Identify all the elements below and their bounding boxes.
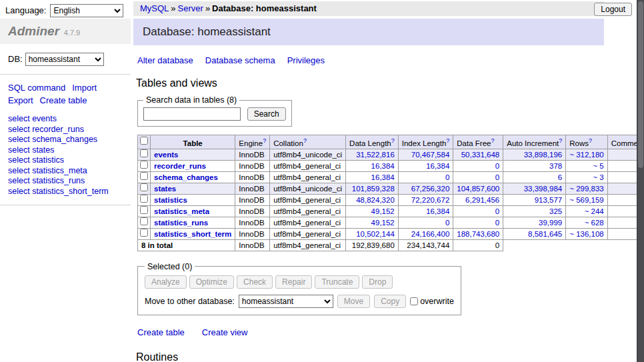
rows-count-link[interactable]: ~ 3	[593, 173, 603, 181]
selected-action-button[interactable]: Repair	[275, 275, 312, 289]
table-name-link[interactable]: states	[154, 185, 176, 193]
index-length-link[interactable]: 67,256,320	[411, 185, 450, 193]
rows-count-link[interactable]: ~ 569,159	[569, 196, 603, 204]
auto-increment-link[interactable]: 33,398,984	[524, 185, 563, 193]
rows-count-link[interactable]: ~ 299,833	[569, 185, 603, 193]
index-length-link[interactable]: 72,220,672	[411, 196, 450, 204]
data-length-link[interactable]: 16,384	[371, 162, 395, 170]
data-length-link[interactable]: 48,824,320	[356, 196, 395, 204]
index-length-link[interactable]: 24,166,400	[411, 230, 450, 238]
row-checkbox[interactable]	[140, 183, 148, 191]
sidebar-table-link[interactable]: select recorder_runs	[8, 125, 123, 135]
row-checkbox[interactable]	[140, 195, 148, 203]
data-length-link[interactable]: 101,859,328	[352, 185, 395, 193]
db-select[interactable]: homeassistant	[25, 53, 104, 66]
move-button[interactable]: Move	[337, 295, 370, 308]
index-length-link[interactable]: 16,384	[426, 207, 449, 215]
language-select[interactable]: English	[50, 4, 123, 17]
row-checkbox[interactable]	[140, 149, 148, 157]
rows-count-link[interactable]: ~ 5	[593, 162, 603, 170]
sidebar-table-link[interactable]: select statistics_runs	[8, 176, 123, 187]
auto-increment-link[interactable]: 325	[549, 207, 562, 215]
data-length-link[interactable]: 16,384	[371, 173, 395, 181]
sidebar-table-link[interactable]: select states	[8, 145, 123, 156]
database-nav-link[interactable]: Database schema	[205, 55, 275, 65]
data-length-link[interactable]: 10,502,144	[356, 230, 395, 238]
index-length-link[interactable]: 0	[445, 173, 449, 181]
sidebar-action-link[interactable]: Create table	[40, 95, 87, 105]
rows-count-link[interactable]: ~ 628	[585, 219, 604, 227]
row-checkbox[interactable]	[140, 217, 148, 225]
doc-help-link[interactable]: ?	[589, 137, 592, 144]
doc-help-link[interactable]: ?	[446, 137, 449, 144]
table-name-link[interactable]: statistics_short_term	[154, 230, 231, 238]
overwrite-checkbox[interactable]	[410, 297, 418, 305]
doc-help-link[interactable]: ?	[559, 137, 562, 144]
data-length-link[interactable]: 31,522,816	[356, 151, 395, 159]
copy-button[interactable]: Copy	[374, 295, 406, 308]
data-free-link[interactable]: 0	[495, 162, 499, 170]
row-checkbox[interactable]	[140, 229, 148, 237]
sidebar-table-link[interactable]: select statistics	[8, 155, 123, 166]
data-free-link[interactable]: 50,331,648	[461, 151, 500, 159]
vertical-scrollbar[interactable]	[637, 0, 644, 362]
sidebar-table-link[interactable]: select statistics_short_term	[8, 187, 123, 197]
sidebar-action-link[interactable]: SQL command	[8, 83, 65, 93]
data-free-link[interactable]: 0	[495, 219, 499, 227]
sidebar-action-link[interactable]: Import	[72, 83, 97, 93]
table-name-link[interactable]: schema_changes	[154, 173, 218, 181]
breadcrumb-mysql-link[interactable]: MySQL	[140, 3, 169, 13]
table-name-link[interactable]: recorder_runs	[154, 162, 206, 170]
database-nav-link[interactable]: Alter database	[137, 55, 193, 65]
table-name-link[interactable]: statistics_runs	[154, 219, 208, 227]
scrollbar-thumb[interactable]	[638, 1, 643, 168]
create-link[interactable]: Create table	[137, 327, 185, 337]
row-checkbox[interactable]	[140, 172, 148, 180]
data-free-link[interactable]: 0	[495, 173, 499, 181]
auto-increment-link[interactable]: 6	[558, 173, 562, 181]
index-length-link[interactable]: 16,384	[426, 162, 449, 170]
selected-action-button[interactable]: Truncate	[315, 275, 359, 289]
create-link[interactable]: Create view	[202, 327, 248, 337]
doc-help-link[interactable]: ?	[391, 137, 395, 144]
auto-increment-link[interactable]: 378	[549, 162, 562, 170]
move-db-select[interactable]: homeassistant	[239, 295, 333, 308]
rows-count-link[interactable]: ~ 244	[585, 207, 604, 215]
data-length-link[interactable]: 49,152	[371, 219, 395, 227]
table-name-link[interactable]: events	[154, 151, 178, 159]
database-nav-link[interactable]: Privileges	[287, 55, 325, 65]
data-free-link[interactable]: 6,291,456	[465, 196, 499, 204]
search-button[interactable]: Search	[247, 107, 286, 121]
sidebar-table-link[interactable]: select events	[8, 114, 123, 125]
selected-action-button[interactable]: Drop	[362, 275, 393, 289]
data-free-link[interactable]: 0	[495, 207, 499, 215]
sidebar-table-link[interactable]: select schema_changes	[8, 135, 123, 145]
select-all-checkbox[interactable]	[140, 137, 148, 145]
auto-increment-link[interactable]: 33,898,196	[524, 151, 563, 159]
selected-action-button[interactable]: Check	[237, 275, 273, 289]
selected-action-button[interactable]: Analyze	[145, 275, 187, 289]
sidebar-table-link[interactable]: select statistics_meta	[8, 166, 123, 177]
data-free-link[interactable]: 104,857,600	[457, 185, 499, 193]
rows-count-link[interactable]: ~ 136,108	[569, 230, 603, 238]
auto-increment-link[interactable]: 913,577	[535, 196, 563, 204]
row-checkbox[interactable]	[140, 206, 148, 214]
logout-button[interactable]: Logout	[594, 3, 632, 16]
breadcrumb-server-link[interactable]: Server	[178, 3, 203, 13]
index-length-link[interactable]: 0	[445, 219, 449, 227]
doc-help-link[interactable]: ?	[303, 137, 307, 144]
rows-count-link[interactable]: ~ 312,180	[569, 151, 603, 159]
doc-help-link[interactable]: ?	[263, 137, 266, 144]
row-checkbox[interactable]	[140, 161, 148, 169]
doc-help-link[interactable]: ?	[491, 137, 494, 144]
data-free-link[interactable]: 188,743,680	[457, 230, 499, 238]
table-name-link[interactable]: statistics	[154, 196, 187, 204]
data-length-link[interactable]: 49,152	[371, 207, 395, 215]
auto-increment-link[interactable]: 39,999	[539, 219, 562, 227]
selected-action-button[interactable]: Optimize	[189, 275, 234, 289]
index-length-link[interactable]: 70,467,584	[411, 151, 450, 159]
sidebar-action-link[interactable]: Export	[8, 95, 33, 105]
auto-increment-link[interactable]: 8,581,645	[528, 230, 562, 238]
search-input[interactable]	[143, 107, 241, 121]
table-name-link[interactable]: statistics_meta	[154, 207, 209, 215]
